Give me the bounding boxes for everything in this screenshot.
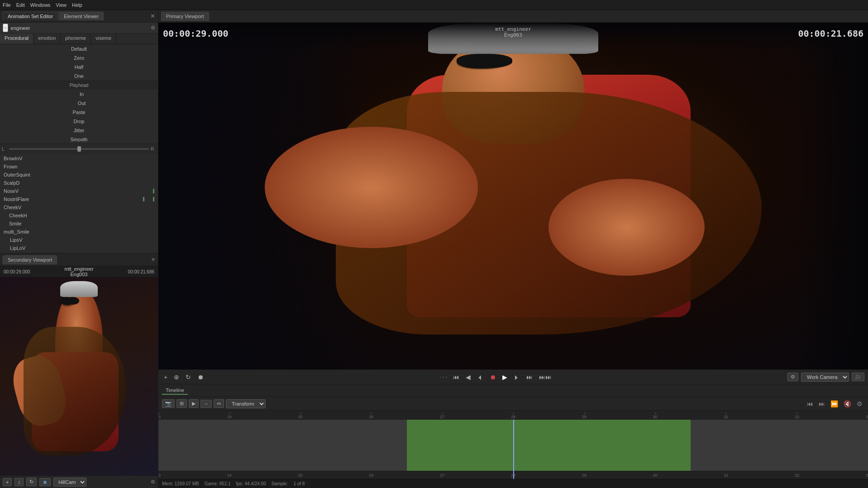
- engineer-settings-icon[interactable]: ⚙: [151, 25, 155, 31]
- list-item-lipupw[interactable]: LipUpW: [0, 252, 158, 254]
- tl-move-icon[interactable]: ↔: [200, 400, 212, 408]
- viewport-label-top: mtt_engineer Eng003: [495, 26, 531, 38]
- pv-header: Primary Viewport: [158, 10, 868, 23]
- tl-skip-icon[interactable]: ⏩: [829, 400, 840, 408]
- tab-emotion[interactable]: emotion: [33, 33, 61, 44]
- list-item-lipsv[interactable]: LipsV: [0, 236, 158, 244]
- tab-animation-set-editor[interactable]: Animation Set Editor: [3, 12, 58, 20]
- playback-record2-button[interactable]: ⏺: [488, 373, 498, 382]
- sv-record-button[interactable]: ⏺: [39, 478, 51, 486]
- list-item-nostrilflare[interactable]: NostrilFlare: [0, 195, 158, 203]
- playback-record-button[interactable]: ⏺: [196, 373, 205, 382]
- sv-sync-button[interactable]: ↻: [26, 478, 37, 486]
- tl-next-icon[interactable]: ⏭: [817, 400, 827, 408]
- list-item-browinv[interactable]: BrowInV: [0, 154, 158, 163]
- sv-settings-icon[interactable]: ⚙: [151, 479, 155, 485]
- menu-view[interactable]: View: [56, 2, 67, 8]
- proc-item-drop[interactable]: Drop: [0, 117, 158, 126]
- ruler-tick-25: 25: [298, 415, 303, 419]
- ruler-tick-31: 31: [724, 415, 728, 419]
- proc-item-jitter[interactable]: Jitter: [0, 126, 158, 135]
- status-page: 1 of 8: [293, 481, 305, 486]
- add-button[interactable]: +: [3, 24, 8, 32]
- slider-bar[interactable]: [9, 148, 149, 150]
- tl-layer-icon[interactable]: ⊞: [176, 399, 187, 408]
- sv-close-icon[interactable]: ✕: [151, 257, 155, 263]
- timeline-content[interactable]: 2324252627282930313233: [158, 420, 868, 479]
- list-item-scalpd[interactable]: ScalpD: [0, 179, 158, 187]
- playback-step-forward-button[interactable]: ⏭: [525, 373, 534, 382]
- sv-timecode-right: 00:00:21.686: [128, 269, 154, 274]
- playback-step-back-button[interactable]: ◀: [464, 373, 472, 382]
- slider-label-l: L: [2, 147, 7, 152]
- ruler2-tick-24: 24: [227, 473, 232, 478]
- tab-primary-viewport[interactable]: Primary Viewport: [161, 12, 209, 21]
- status-bar: Mem: 1269.07 MB Game: 952.1 fps: 44.4/24…: [158, 479, 868, 488]
- tl-settings-icon[interactable]: ⚙: [855, 400, 864, 408]
- playback-camera-icon[interactable]: 🎥: [852, 373, 864, 381]
- close-icon[interactable]: ✕: [150, 13, 155, 19]
- list-item-multi-smile[interactable]: multi_Smile: [0, 228, 158, 236]
- list-item-cheekh[interactable]: CheekH: [0, 211, 158, 220]
- tl-playhead[interactable]: [513, 420, 514, 479]
- list-item-cheekv[interactable]: CheekV: [0, 203, 158, 211]
- playback-settings-button[interactable]: ⚙: [787, 373, 798, 381]
- proc-item-zero[interactable]: Zero: [0, 53, 158, 62]
- playback-next-frame-button[interactable]: ⏵: [512, 373, 522, 382]
- tab-element-viewer[interactable]: Element Viewer: [59, 12, 104, 20]
- playback-play-button[interactable]: ▶: [501, 373, 509, 382]
- list-item-smile[interactable]: Smile: [0, 220, 158, 228]
- playback-add-button[interactable]: +: [162, 373, 169, 382]
- sv-add-button[interactable]: +: [3, 478, 12, 486]
- proc-item-out[interactable]: Out: [0, 99, 158, 108]
- playback-prev-frame-button[interactable]: ⏴: [475, 373, 485, 382]
- list-item-nosev[interactable]: NoseV: [0, 187, 158, 195]
- sv-move-button[interactable]: ↕: [14, 478, 24, 486]
- slider-handle[interactable]: [77, 146, 81, 152]
- list-item-outersquint[interactable]: OuterSquint: [0, 171, 158, 179]
- playback-sync-button[interactable]: ⊕: [172, 373, 181, 382]
- playback-end-button[interactable]: ⏭⏭: [537, 373, 553, 382]
- menu-help[interactable]: Help: [72, 2, 82, 8]
- list-cont: BrowInV Frown OuterSquint ScalpD NoseV N…: [0, 154, 158, 254]
- list-item-liplov[interactable]: LipLoV: [0, 244, 158, 252]
- tl-prev-icon[interactable]: ⏮: [805, 400, 815, 408]
- tab-phoneme[interactable]: phoneme: [61, 33, 91, 44]
- ruler2-tick-26: 26: [369, 473, 373, 478]
- proc-item-smooth[interactable]: Smooth: [0, 135, 158, 144]
- sv-camera-select[interactable]: HillCam: [53, 478, 86, 487]
- menu-edit[interactable]: Edit: [16, 2, 25, 8]
- tl-filter-icon[interactable]: ▶: [189, 399, 199, 408]
- viewport-timecode-right: 00:00:21.686: [798, 28, 864, 39]
- tl-green-block: [407, 420, 691, 479]
- status-game: Game: 952.1: [205, 481, 231, 486]
- proc-item-default[interactable]: Default: [0, 44, 158, 53]
- viewport-area: 00:00:29.000 mtt_engineer Eng003 00:00:2…: [158, 23, 868, 369]
- tab-viseme[interactable]: viseme: [91, 33, 116, 44]
- proc-content: Default Zero Half One Playhead In Out Pa…: [0, 44, 158, 144]
- tl-mute-icon[interactable]: 🔇: [842, 400, 853, 408]
- proc-item-paste[interactable]: Paste: [0, 108, 158, 117]
- status-fps: fps: 44.4/24.00: [236, 481, 266, 486]
- playback-skip-back-button[interactable]: ⏮: [451, 373, 461, 382]
- tl-transform-select[interactable]: Transform: [226, 399, 266, 408]
- list-item-frown[interactable]: Frown: [0, 163, 158, 171]
- menu-windows[interactable]: Windows: [30, 2, 51, 8]
- tab-secondary-viewport[interactable]: Secondary Viewport: [3, 255, 57, 264]
- tl-gray-block: [158, 420, 407, 479]
- tl-scale-icon[interactable]: ⇔: [214, 399, 224, 408]
- proc-tabs: Procedural emotion phoneme viseme: [0, 33, 158, 44]
- tl-camera-icon[interactable]: 📷: [162, 399, 175, 408]
- ruler2-tick-33: 33: [866, 473, 868, 478]
- timeline-ruler: 2324252627282930313233: [158, 411, 868, 420]
- proc-item-half[interactable]: Half: [0, 62, 158, 72]
- tab-procedural[interactable]: Procedural: [0, 33, 33, 44]
- playback-camera-select[interactable]: Work Camera: [801, 373, 849, 382]
- timeline-tools: 📷 ⊞ ▶ ↔ ⇔ Transform ⏮ ⏭ ⏩ 🔇 ⚙: [158, 397, 868, 411]
- playback-loop-button[interactable]: ↻: [184, 373, 193, 382]
- engineer-row: + engineer ⚙: [0, 23, 158, 33]
- proc-item-one[interactable]: One: [0, 72, 158, 81]
- menu-file[interactable]: File: [3, 2, 11, 8]
- tab-timeline[interactable]: Timeline: [162, 387, 188, 395]
- proc-item-in[interactable]: In: [0, 90, 158, 99]
